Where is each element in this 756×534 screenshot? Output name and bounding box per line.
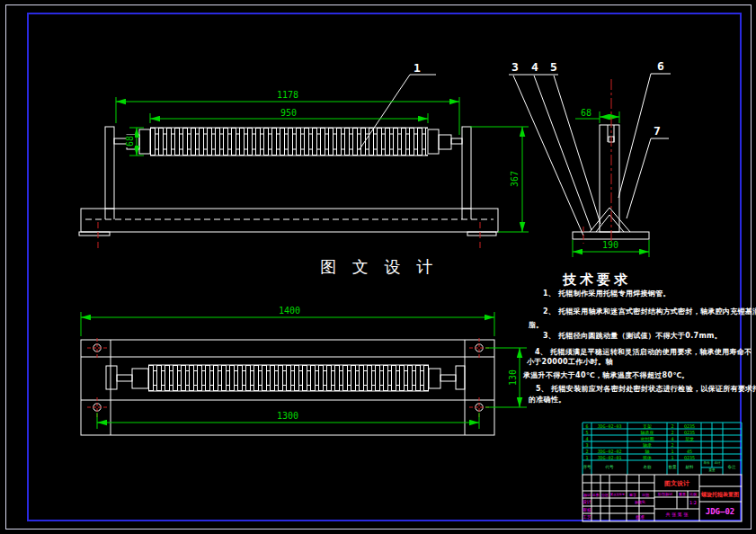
bom-cell: Q235 (684, 423, 695, 429)
front-view-centerlines (98, 222, 480, 252)
dim-top-width: 130 (509, 369, 518, 387)
bom-cell: 1 (671, 449, 673, 454)
tb-role-approve: 批准 (636, 515, 645, 520)
tb-role-design: 设计 (583, 500, 591, 504)
bom-header-code: 代号 (606, 465, 614, 469)
tech-line: 脂。 (529, 321, 544, 329)
tb-weight-label: 重量 (679, 492, 686, 496)
leader-label-6: 6 (657, 60, 664, 72)
leader-label-1: 1 (414, 62, 421, 74)
tech-line: 4、 托辊须满足平稳运转和灵活启动的使用要求，轴承使用寿命不 (535, 348, 752, 356)
dim-front-overall: 1178 (276, 91, 299, 100)
bom-cell: 1 (585, 455, 588, 460)
tb-scale-label: 比例 (689, 492, 697, 496)
dim-top-overall: 1400 (278, 307, 301, 316)
bom-cell: 2 (671, 430, 673, 435)
tb-label-change-doc: 更改文件号 (610, 493, 625, 497)
bom-cell: JDG-02-03 (597, 423, 621, 429)
bom-cell: JDG-02-02 (597, 449, 621, 454)
leader-label-3: 3 (511, 61, 519, 73)
tb-stage-label: 阶段标记 (658, 492, 672, 496)
bom-header-qty: 数量 (669, 465, 677, 469)
bom-cell: 轴承座 (641, 430, 654, 435)
tb-label-signature: 签字 (629, 493, 636, 497)
dim-front-fin-length: 950 (280, 109, 298, 118)
dim-top-hole-span: 1300 (276, 412, 299, 421)
bom-header-material: 材料 (686, 465, 694, 469)
tb-drawing-title: 螺旋托辊装置图 (701, 491, 739, 499)
bom-cell: 尼龙 (685, 436, 694, 441)
tb-drawing-number: JDG—02 (706, 507, 735, 516)
tb-sheets: 共 张 第 张 (666, 512, 689, 517)
tb-role-check: 审核 (583, 508, 591, 512)
side-view-linework (509, 74, 671, 239)
tech-line: 1、 托辊制作采用托辊专用焊接钢管。 (543, 289, 671, 298)
tech-line: 的准确性。 (529, 396, 566, 404)
bom-cell: 2 (585, 449, 588, 454)
sheet-caption: 图 文 设 计 (320, 256, 438, 278)
bom-cell: 轴承 (643, 442, 652, 448)
front-view-dimensions (116, 97, 529, 232)
tech-line: 2、 托辊采用轴承和迷宫式密封结构方式密封，轴承腔内充锂基润滑 (543, 307, 756, 316)
dim-front-tube-od: 68 (126, 135, 135, 147)
bom-cell: 2 (671, 442, 673, 448)
bom-cell: 5 (585, 430, 588, 435)
leader-label-5: 5 (550, 61, 557, 73)
bom-cell: 2 (671, 423, 673, 429)
dim-front-height: 367 (511, 170, 520, 188)
tb-role-process: 工艺 (583, 515, 591, 520)
dim-side-post-width: 68 (580, 109, 592, 118)
tech-line: 5、 托辊安装前应对各密封处密封状态进行检验，以保证所有要求托辊安装 (536, 385, 756, 393)
tech-requirements-title: 技术要求 (563, 271, 631, 289)
bom-cell: Q235 (684, 430, 695, 435)
top-view-linework (81, 340, 494, 435)
leader-label-4: 4 (531, 61, 538, 73)
bom-header-name: 名称 (644, 465, 652, 469)
bom-header-seq: 序号 (583, 465, 591, 469)
tb-label-zone: 分区 (601, 493, 609, 497)
bom-header-weight: 重量 (709, 468, 716, 473)
tb-label-count: 处数 (592, 493, 600, 497)
tech-line: 小于20000工作小时。轴 (527, 358, 613, 366)
tb-role-standard: 标准化 (635, 500, 645, 504)
bom-cell: 4 (585, 436, 588, 441)
tb-scale-value: 1:2 (689, 501, 697, 505)
bom-cell: Q235 (684, 455, 695, 460)
bom-cell: JDG-02-01 (597, 455, 621, 460)
tb-label-mark: 标记 (583, 493, 591, 497)
bom-cell: 45 (687, 449, 692, 454)
bom-cell: 轴 (645, 449, 650, 454)
bom-header-notes: 备注 (728, 465, 736, 469)
tb-material-mark: 图文设计 (664, 479, 689, 488)
bom-cell: 密封圈 (641, 436, 654, 441)
bom-cell: 6 (585, 423, 588, 429)
tech-line: 3、 托辊径向圆跳动量（测试值）不得大于0.7mm。 (543, 332, 722, 340)
bom-cell: 4 (671, 436, 673, 441)
tech-line: 承温升不得大于40℃，轴承温度不得超过80℃。 (523, 371, 689, 379)
bom-cell: 筒体 (643, 455, 652, 460)
bom-header-unit: 单件 (704, 461, 710, 466)
bom-header-total: 总计 (715, 461, 721, 466)
dim-side-base-width: 190 (601, 241, 619, 250)
tb-label-date: 日期 (642, 493, 649, 497)
bom-cell: 1 (671, 455, 673, 460)
leader-label-7: 7 (654, 125, 661, 137)
cad-drawing-sheet: 1178 950 68 367 68 190 1400 1300 130 1 3… (0, 0, 756, 534)
bom-cell: 3 (585, 442, 588, 448)
bom-cell: 支架 (643, 423, 652, 429)
